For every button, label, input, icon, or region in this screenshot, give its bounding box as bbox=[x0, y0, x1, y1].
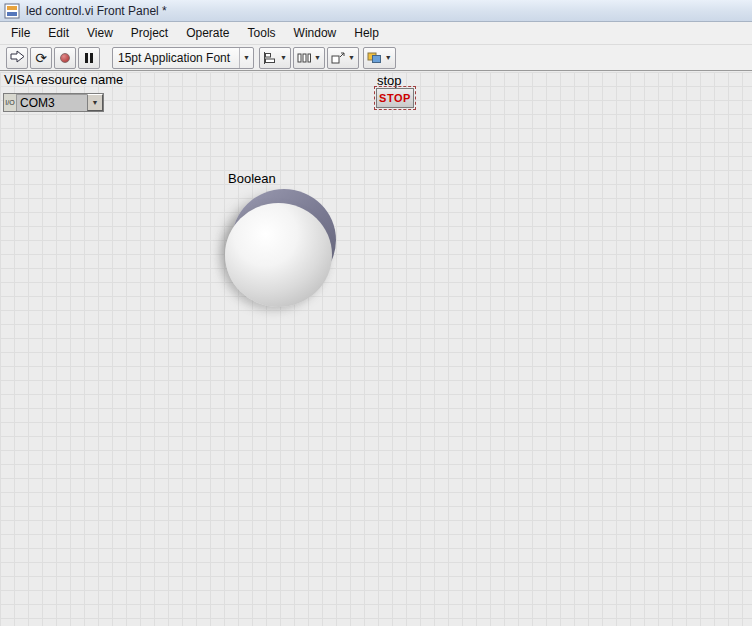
menu-tools[interactable]: Tools bbox=[239, 22, 285, 44]
boolean-control-label[interactable]: Boolean bbox=[228, 171, 276, 186]
io-icon: I/O bbox=[4, 94, 17, 111]
menu-view[interactable]: View bbox=[78, 22, 122, 44]
stop-control-label[interactable]: stop bbox=[377, 73, 402, 88]
abort-icon bbox=[60, 53, 70, 63]
visa-resource-combo[interactable]: I/O COM3 ▼ bbox=[3, 93, 104, 112]
chevron-down-icon: ▼ bbox=[280, 54, 287, 61]
menu-file[interactable]: File bbox=[2, 22, 39, 44]
run-button[interactable] bbox=[6, 47, 28, 69]
window-title: led control.vi Front Panel * bbox=[26, 4, 167, 18]
pause-button[interactable] bbox=[78, 47, 100, 69]
menu-help[interactable]: Help bbox=[345, 22, 388, 44]
reorder-objects-button[interactable]: ▼ bbox=[363, 47, 396, 69]
font-selector[interactable]: 15pt Application Font ▼ bbox=[112, 47, 254, 69]
chevron-down-icon: ▼ bbox=[243, 54, 250, 61]
distribute-objects-icon bbox=[297, 52, 311, 64]
stop-button[interactable]: STOP bbox=[376, 88, 414, 108]
visa-resource-label[interactable]: VISA resource name bbox=[4, 72, 123, 87]
labview-window: led control.vi Front Panel * File Edit V… bbox=[0, 0, 752, 626]
boolean-push-button[interactable] bbox=[219, 187, 345, 311]
front-panel-canvas[interactable]: VISA resource name I/O COM3 ▼ stop STOP … bbox=[0, 72, 752, 626]
chevron-down-icon: ▼ bbox=[348, 54, 355, 61]
run-continuous-button[interactable]: ⟳ bbox=[30, 47, 52, 69]
toolbar: ⟳ 15pt Application Font ▼ ▼ bbox=[0, 45, 752, 71]
abort-button[interactable] bbox=[54, 47, 76, 69]
resize-objects-icon bbox=[331, 52, 345, 64]
titlebar[interactable]: led control.vi Front Panel * bbox=[0, 0, 752, 22]
menu-edit[interactable]: Edit bbox=[39, 22, 78, 44]
boolean-button-dome bbox=[225, 203, 332, 307]
menu-project[interactable]: Project bbox=[122, 22, 177, 44]
vi-icon bbox=[4, 3, 20, 19]
chevron-down-icon: ▼ bbox=[92, 99, 99, 106]
run-continuous-icon: ⟳ bbox=[35, 51, 47, 65]
menu-operate[interactable]: Operate bbox=[177, 22, 238, 44]
chevron-down-icon: ▼ bbox=[385, 54, 392, 61]
visa-dropdown-button[interactable]: ▼ bbox=[87, 94, 103, 111]
menu-window[interactable]: Window bbox=[285, 22, 346, 44]
distribute-objects-button[interactable]: ▼ bbox=[293, 47, 325, 69]
reorder-objects-icon bbox=[367, 52, 382, 64]
align-objects-button[interactable]: ▼ bbox=[259, 47, 291, 69]
font-selector-arrow[interactable]: ▼ bbox=[239, 48, 253, 68]
resize-objects-button[interactable]: ▼ bbox=[327, 47, 359, 69]
run-arrow-icon bbox=[10, 50, 25, 66]
menubar: File Edit View Project Operate Tools Win… bbox=[0, 22, 752, 45]
pause-icon bbox=[85, 53, 93, 63]
chevron-down-icon: ▼ bbox=[314, 54, 321, 61]
align-objects-icon bbox=[263, 52, 277, 64]
visa-resource-value: COM3 bbox=[17, 94, 87, 111]
font-selector-value: 15pt Application Font bbox=[113, 51, 239, 65]
